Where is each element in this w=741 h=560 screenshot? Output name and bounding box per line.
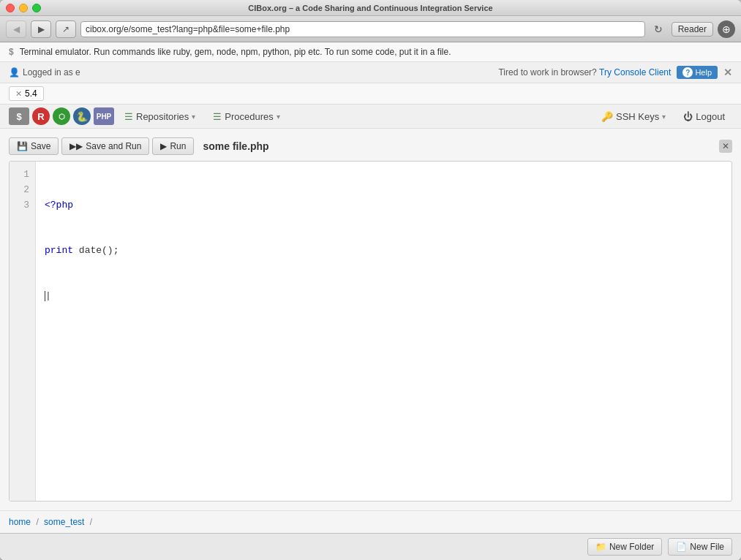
extension-button[interactable]: ⊕ <box>718 20 735 38</box>
dollar-sign: $ <box>9 47 14 57</box>
version-tab-bar: ✕ 5.4 <box>0 83 741 105</box>
ssh-keys-chevron: ▾ <box>662 113 666 121</box>
bottom-bar: 📁 New Folder 📄 New File <box>0 533 741 560</box>
save-and-run-button[interactable]: ▶▶ Save and Run <box>61 137 149 155</box>
tired-text: Tired to work in browser? <box>498 67 596 77</box>
page-content: $ Terminal emulator. Run commands like r… <box>0 42 741 560</box>
procedures-nav-item[interactable]: ☰ Procedures ▾ <box>206 108 287 125</box>
help-button[interactable]: ? Help <box>677 66 718 79</box>
terminal-text: Terminal emulator. Run commands like rub… <box>20 47 451 57</box>
file-icon: 📄 <box>676 542 687 552</box>
new-file-label: New File <box>690 542 724 552</box>
procedures-chevron: ▾ <box>277 113 280 121</box>
dismiss-login-bar-button[interactable]: ✕ <box>723 67 732 78</box>
power-icon: ⏻ <box>683 111 693 122</box>
folder-icon: 📁 <box>595 542 606 552</box>
repositories-chevron: ▾ <box>192 113 195 121</box>
bash-lang-icon[interactable]: $ <box>9 107 29 125</box>
login-bar: 👤 Logged in as e Tired to work in browse… <box>0 62 741 83</box>
title-bar: CIBox.org – a Code Sharing and Continuou… <box>0 0 741 16</box>
print-keyword: print <box>45 245 73 256</box>
repositories-icon: ☰ <box>124 111 133 122</box>
version-tab[interactable]: ✕ 5.4 <box>9 86 44 101</box>
logout-label: Logout <box>696 111 725 122</box>
date-function: date(); <box>79 245 119 256</box>
code-editor[interactable]: 1 2 3 <?php print date(); <box>9 161 732 502</box>
ruby-lang-icon[interactable]: R <box>32 107 50 125</box>
php-lang-icon[interactable]: PHP <box>94 107 114 125</box>
close-file-button[interactable]: ✕ <box>719 140 732 153</box>
run-icon: ▶ <box>160 141 167 151</box>
breadcrumb-bar: home / some_test / <box>0 510 741 533</box>
run-label: Run <box>170 141 186 151</box>
code-content[interactable]: <?php print date(); <box>36 162 731 501</box>
traffic-lights <box>6 4 41 12</box>
help-label: Help <box>695 68 712 77</box>
nav-menu: $ R ⬡ 🐍 PHP ☰ Repositories ▾ ☰ Procedure… <box>0 105 741 129</box>
close-button[interactable] <box>6 4 15 12</box>
version-number: 5.4 <box>25 88 37 99</box>
new-file-button[interactable]: 📄 New File <box>668 538 732 556</box>
username: e <box>75 67 80 77</box>
close-file-icon: ✕ <box>722 141 729 151</box>
code-line-2: print date(); <box>45 243 723 259</box>
breadcrumb-project-link[interactable]: some_test <box>44 517 84 527</box>
breadcrumb-home-link[interactable]: home <box>9 517 31 527</box>
save-icon: 💾 <box>17 141 28 151</box>
new-folder-label: New Folder <box>609 542 654 552</box>
node-lang-icon[interactable]: ⬡ <box>53 107 70 125</box>
breadcrumb-sep-2: / <box>90 517 92 527</box>
browser-window: CIBox.org – a Code Sharing and Continuou… <box>0 0 741 560</box>
user-icon: 👤 <box>9 67 20 77</box>
line-number-1: 1 <box>15 167 29 183</box>
version-tab-close[interactable]: ✕ <box>15 89 22 99</box>
url-text: cibox.org/e/some_test?lang=php&file=some… <box>86 24 290 34</box>
save-and-run-label: Save and Run <box>86 141 141 151</box>
save-button[interactable]: 💾 Save <box>9 137 59 155</box>
repositories-nav-item[interactable]: ☰ Repositories ▾ <box>117 108 203 125</box>
ssh-key-icon: 🔑 <box>601 111 613 122</box>
editor-toolbar: 💾 Save ▶▶ Save and Run ▶ Run some file.p… <box>9 137 732 155</box>
share-button[interactable]: ↗ <box>56 20 76 38</box>
save-run-icon: ▶▶ <box>69 141 83 151</box>
save-label: Save <box>31 141 50 151</box>
line-number-2: 2 <box>15 183 29 198</box>
reader-button[interactable]: Reader <box>672 22 713 37</box>
terminal-bar: $ Terminal emulator. Run commands like r… <box>0 42 741 62</box>
procedures-label: Procedures <box>225 111 273 122</box>
help-question-icon: ? <box>682 67 693 77</box>
run-button[interactable]: ▶ Run <box>152 137 194 155</box>
window-title: CIBox.org – a Code Sharing and Continuou… <box>248 4 492 12</box>
breadcrumb-sep-1: / <box>36 517 38 527</box>
back-button[interactable]: ◀ <box>6 20 26 38</box>
editor-section: 💾 Save ▶▶ Save and Run ▶ Run some file.p… <box>0 129 741 510</box>
reload-button[interactable]: ↻ <box>650 20 667 38</box>
browser-toolbar: ◀ ▶ ↗ cibox.org/e/some_test?lang=php&fil… <box>0 16 741 42</box>
ssh-keys-label: SSH Keys <box>616 111 659 122</box>
maximize-button[interactable] <box>32 4 41 12</box>
logout-nav-item[interactable]: ⏻ Logout <box>676 108 732 125</box>
file-name: some file.php <box>203 140 268 152</box>
line-number-3: 3 <box>15 198 29 213</box>
try-console-link[interactable]: Try Console Client <box>599 67 671 77</box>
code-line-1: <?php <box>45 198 723 213</box>
text-cursor <box>45 291 45 301</box>
line-numbers: 1 2 3 <box>10 162 36 501</box>
php-open-tag: <?php <box>45 200 73 211</box>
repositories-label: Repositories <box>136 111 189 122</box>
minimize-button[interactable] <box>19 4 28 12</box>
forward-button[interactable]: ▶ <box>31 20 51 38</box>
new-folder-button[interactable]: 📁 New Folder <box>587 538 662 556</box>
address-bar[interactable]: cibox.org/e/some_test?lang=php&file=some… <box>80 21 645 37</box>
code-line-3 <box>45 289 723 304</box>
python-lang-icon[interactable]: 🐍 <box>73 107 91 125</box>
logged-in-prefix: Logged in as <box>23 67 73 77</box>
ssh-keys-nav-item[interactable]: 🔑 SSH Keys ▾ <box>594 108 673 125</box>
procedures-icon: ☰ <box>213 111 222 122</box>
